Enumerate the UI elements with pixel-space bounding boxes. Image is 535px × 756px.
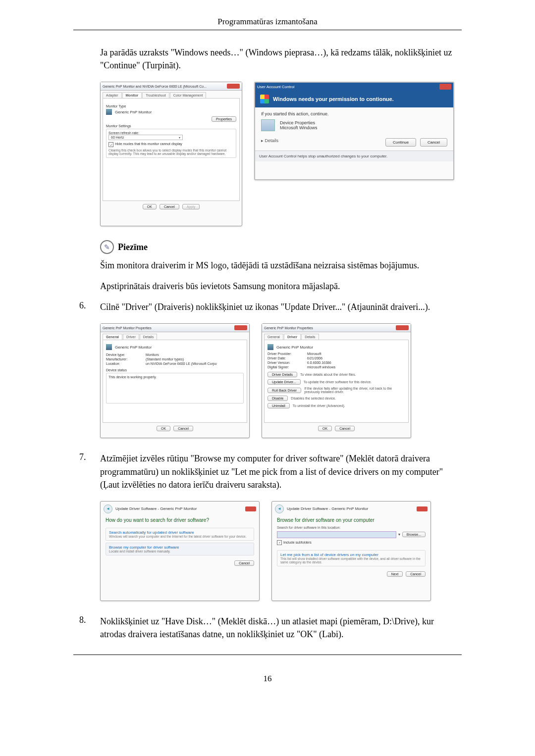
- running-head: Programmatūras izmantošana: [0, 17, 535, 27]
- ok-button[interactable]: OK: [157, 426, 170, 431]
- close-icon[interactable]: [227, 84, 240, 89]
- button-desc: To view details about the driver files.: [300, 373, 356, 376]
- include-subfolders-checkbox[interactable]: ✓: [277, 540, 282, 545]
- tab-details[interactable]: Details: [301, 334, 319, 340]
- monitor-icon: [106, 109, 112, 115]
- prop-key: Driver Version:: [268, 361, 307, 364]
- cancel-button[interactable]: Cancel: [173, 426, 193, 431]
- tab-general[interactable]: General: [103, 334, 122, 340]
- step-6: 6. Cilnē "Driver" (Draiveris) noklikšķin…: [79, 301, 456, 438]
- note-label: Piezīme: [118, 242, 148, 252]
- device-name: Generic PnP Monitor: [115, 345, 152, 350]
- back-icon[interactable]: ◄: [104, 504, 112, 513]
- screenshot-row-monitor-uac: Generic PnP Monitor and NVIDIA GeForce 6…: [100, 82, 456, 226]
- continue-button[interactable]: Continue: [385, 138, 416, 147]
- titlebar: User Account Control: [255, 83, 453, 91]
- include-subfolders-label: Include subfolders: [283, 541, 312, 544]
- ok-button[interactable]: OK: [318, 426, 332, 431]
- device-status-label: Device status: [106, 368, 244, 372]
- prop-value: microsoft windows: [307, 365, 335, 369]
- step-number: 6.: [79, 301, 86, 311]
- uac-footer: User Account Control helps stop unauthor…: [255, 151, 453, 161]
- prop-key: Manufacturer:: [106, 357, 146, 361]
- uac-message: Windows needs your permission to contion…: [273, 96, 394, 102]
- option-title: Browse my computer for driver software: [109, 545, 251, 550]
- page-number: 16: [0, 674, 535, 684]
- step-number: 8.: [79, 615, 86, 625]
- tab-driver[interactable]: Driver: [284, 334, 301, 340]
- tab-color[interactable]: Color Management: [170, 92, 207, 98]
- uninstall-button[interactable]: Uninstall: [268, 403, 290, 408]
- window-title: Generic PnP Monitor Properties: [103, 326, 152, 330]
- window-title: Update Driver Software - Generic PnP Mon…: [115, 506, 197, 511]
- tab-adapter[interactable]: Adapter: [103, 92, 122, 98]
- tab-details[interactable]: Details: [140, 334, 157, 340]
- back-icon[interactable]: ◄: [275, 504, 284, 513]
- uac-prompt: If you started this action, continue.: [261, 111, 329, 116]
- titlebar: Generic PnP Monitor Properties: [262, 324, 411, 332]
- option-let-me-pick[interactable]: Let me pick from a list of device driver…: [277, 550, 426, 566]
- uac-message-band: Windows needs your permission to contion…: [255, 91, 453, 107]
- wizard-heading: Browse for driver software on your compu…: [272, 514, 430, 526]
- cancel-button[interactable]: Cancel: [335, 426, 355, 431]
- option-search-auto[interactable]: Search automatically for updated driver …: [106, 528, 254, 541]
- note-icon: ✎: [100, 240, 114, 254]
- tab-general[interactable]: General: [264, 334, 283, 340]
- step-8: 8. Noklikšķiniet uz "Have Disk…" (Meklēt…: [79, 615, 456, 641]
- close-icon[interactable]: [417, 506, 428, 511]
- option-desc: Windows will search your computer and th…: [109, 535, 251, 538]
- close-icon[interactable]: [234, 325, 247, 330]
- option-desc: This list will show installed driver sof…: [280, 557, 422, 564]
- prop-value: Monitors: [146, 353, 159, 356]
- titlebar: ◄ Update Driver Software - Generic PnP M…: [101, 502, 259, 514]
- ok-button[interactable]: OK: [143, 204, 157, 209]
- prop-value: 6.0.6000.16386: [307, 361, 331, 364]
- button-desc: Disables the selected device.: [291, 397, 336, 400]
- dialog-pnp-driver: Generic PnP Monitor Properties General D…: [262, 323, 411, 438]
- prop-key: Driver Provider:: [268, 352, 307, 355]
- refresh-rate-value: 60 Hertz: [111, 136, 124, 139]
- rollback-driver-button[interactable]: Roll Back Driver: [268, 388, 301, 393]
- prop-value: 6/21/2006: [307, 356, 322, 360]
- details-label: Details: [265, 138, 279, 143]
- disable-button[interactable]: Disable: [268, 396, 288, 401]
- dialog-update-driver-browse: ◄ Update Driver Software - Generic PnP M…: [271, 501, 431, 601]
- close-icon[interactable]: [396, 325, 409, 330]
- tab-troubleshoot[interactable]: Troubleshoot: [142, 92, 169, 98]
- tab-monitor[interactable]: Monitor: [122, 92, 142, 98]
- prop-key: Location:: [106, 362, 146, 365]
- monitor-icon: [106, 344, 112, 350]
- cancel-button[interactable]: Cancel: [234, 560, 254, 566]
- cancel-button[interactable]: Cancel: [420, 138, 447, 147]
- header-rule: [73, 30, 462, 30]
- prop-key: Digital Signer:: [268, 365, 307, 369]
- next-button[interactable]: Next: [387, 571, 403, 577]
- window-title: User Account Control: [257, 85, 295, 89]
- details-toggle[interactable]: ▸ Details: [261, 138, 278, 147]
- cancel-button[interactable]: Cancel: [406, 571, 426, 577]
- dialog-monitor-settings: Generic PnP Monitor and NVIDIA GeForce 6…: [100, 82, 242, 226]
- dialog-pnp-general: Generic PnP Monitor Properties General D…: [100, 323, 250, 438]
- option-browse-computer[interactable]: Browse my computer for driver software L…: [106, 543, 254, 555]
- hide-modes-checkbox[interactable]: ✓: [108, 142, 113, 147]
- refresh-rate-select[interactable]: 60 Hertz: [108, 135, 183, 140]
- cancel-button[interactable]: Cancel: [160, 204, 179, 209]
- browse-button[interactable]: Browse...: [402, 532, 426, 537]
- monitor-icon: [268, 344, 273, 350]
- titlebar: Generic PnP Monitor and NVIDIA GeForce 6…: [101, 82, 242, 91]
- step-7-text: Atzīmējiet izvēles rūtiņu "Browse my com…: [100, 454, 443, 489]
- note-line-1: Šim monitora draiverim ir MS logo, tādēj…: [100, 259, 456, 272]
- apply-button[interactable]: Apply: [182, 204, 200, 209]
- group-label-monitor-settings: Monitor Settings: [106, 124, 236, 128]
- update-driver-button[interactable]: Update Driver...: [268, 379, 301, 385]
- driver-details-button[interactable]: Driver Details: [268, 372, 297, 377]
- properties-list: Device type:Monitors Manufacturer:(Stand…: [106, 353, 244, 365]
- location-input[interactable]: [277, 531, 396, 538]
- close-icon[interactable]: [245, 506, 256, 511]
- properties-button[interactable]: Properties: [212, 116, 236, 122]
- step-6-text: Cilnē "Driver" (Draiveris) noklikšķiniet…: [100, 302, 430, 312]
- refresh-rate-label: Screen refresh rate:: [108, 131, 139, 135]
- close-icon[interactable]: [439, 84, 451, 90]
- tab-driver[interactable]: Driver: [123, 334, 139, 340]
- prop-value: on NVIDIA GeForce 6600 LE (Microsoft Cor…: [146, 362, 217, 365]
